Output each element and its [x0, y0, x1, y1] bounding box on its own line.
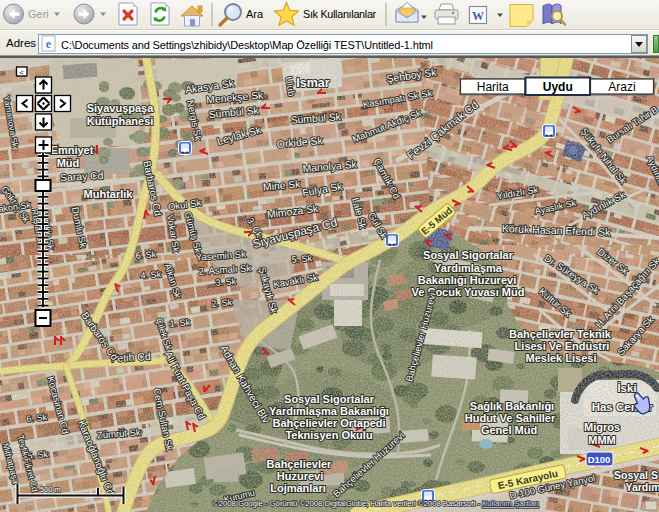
svg-text:1. Sk: 1. Sk [169, 317, 191, 328]
svg-text:Uydu: Uydu [543, 80, 573, 94]
svg-text:Muhtarlık: Muhtarlık [84, 188, 134, 200]
svg-text:Ara: Ara [246, 8, 264, 20]
svg-text:Saray Cd: Saray Cd [60, 170, 104, 183]
svg-text:Meslek Lisesi: Meslek Lisesi [526, 352, 597, 364]
svg-text:Harita: Harita [477, 80, 509, 94]
svg-text:Sosyal Sigortalar: Sosyal Sigortalar [423, 249, 514, 261]
svg-text:Kütüphanesi: Kütüphanesi [87, 115, 154, 127]
svg-text:e: e [46, 37, 52, 51]
svg-text:Sık Kullanılanlar: Sık Kullanılanlar [303, 8, 377, 20]
svg-text:Müd: Müd [57, 157, 80, 169]
svg-text:Emniyet: Emniyet [51, 144, 94, 156]
svg-text:Siyavuşpaşa: Siyavuşpaşa [87, 102, 155, 114]
svg-text:Huzurevi: Huzurevi [277, 470, 323, 482]
svg-text:MMM: MMM [588, 434, 616, 446]
svg-text:500 m: 500 m [40, 485, 61, 494]
svg-text:Arazi: Arazi [608, 80, 635, 94]
svg-text:Geri: Geri [28, 8, 49, 20]
svg-text:©2008 Google - Görüntü ©2008 D: ©2008 Google - Görüntü ©2008 DigitalGlob… [213, 499, 539, 508]
svg-text:6. Sk: 6. Sk [135, 249, 157, 260]
svg-text:Hudut Ve Sahiller: Hudut Ve Sahiller [465, 412, 556, 424]
svg-text:Migros: Migros [584, 421, 620, 433]
svg-text:Sosyal Sigortalar: Sosyal Sigortalar [284, 393, 375, 405]
svg-text:Bakanlığı Huzurevi: Bakanlığı Huzurevi [418, 274, 516, 286]
svg-text:W: W [472, 9, 484, 23]
svg-text:3. Sk: 3. Sk [215, 276, 237, 287]
svg-text:Bahçelievler Teknik: Bahçelievler Teknik [509, 328, 612, 340]
svg-text:Yardım: Yardım [625, 481, 659, 493]
svg-text:2. Sk: 2. Sk [211, 297, 233, 308]
svg-text:Sosyal S: Sosyal S [614, 469, 658, 481]
svg-text:<: < [19, 68, 24, 77]
svg-text:4. Sk: 4. Sk [140, 269, 162, 280]
svg-text:Yardımlaşma Bakanlığı: Yardımlaşma Bakanlığı [269, 405, 389, 417]
svg-text:Ismar: Ismar [296, 76, 329, 90]
svg-text:Lojmanları: Lojmanları [270, 482, 326, 494]
svg-text:Sağlık Bakanlığı: Sağlık Bakanlığı [470, 400, 554, 412]
svg-text:Bahçelievler: Bahçelievler [267, 458, 333, 470]
svg-text:Bahçelievler Ortapedi: Bahçelievler Ortapedi [272, 417, 385, 429]
svg-text:Teknisyen Okulu: Teknisyen Okulu [285, 429, 372, 441]
svg-text:İski: İski [617, 382, 636, 394]
svg-text:5. Sk: 5. Sk [291, 253, 313, 264]
svg-text:Yardımlaşma: Yardımlaşma [434, 262, 503, 274]
svg-text:D100: D100 [588, 454, 611, 465]
svg-text:Genel Müd: Genel Müd [481, 424, 537, 436]
svg-text:Lisesi Ve Endüstri: Lisesi Ve Endüstri [515, 340, 610, 352]
